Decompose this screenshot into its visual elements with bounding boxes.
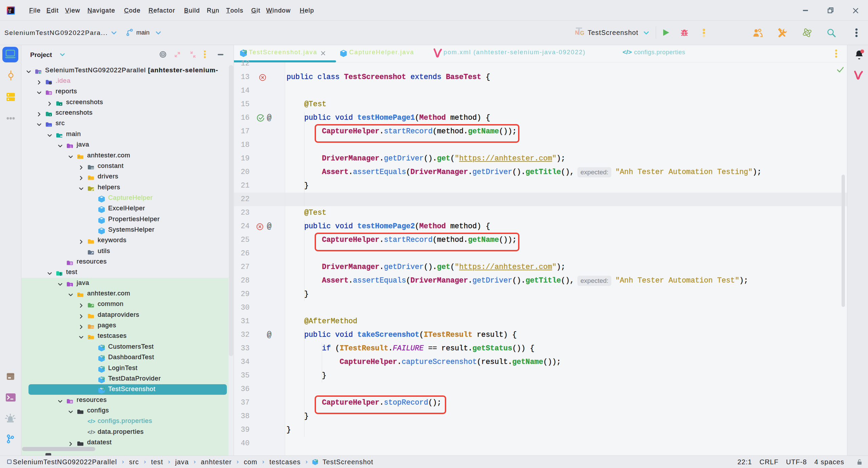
- svg-text:IJ: IJ: [8, 8, 11, 12]
- svg-text:IJ: IJ: [50, 82, 51, 84]
- svg-text:<>: <>: [91, 327, 94, 329]
- svg-text:<>: <>: [48, 124, 51, 127]
